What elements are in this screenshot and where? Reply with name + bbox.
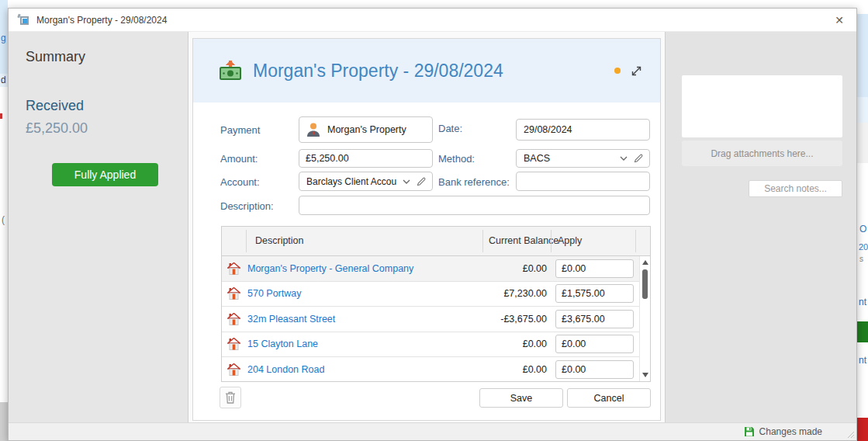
edit-pencil-icon[interactable]: [634, 154, 643, 163]
date-label: Date:: [438, 123, 462, 134]
delete-payment-button[interactable]: [220, 387, 241, 408]
property-house-icon: [222, 313, 246, 325]
column-header-current-balance: Current Balance: [489, 227, 558, 255]
current-balance-value: £0.00: [482, 339, 550, 349]
payment-party-value: Morgan's Property: [320, 124, 432, 135]
table-scrollbar[interactable]: [639, 256, 650, 381]
unsaved-flag-icon: [614, 68, 621, 74]
property-house-icon: [222, 363, 246, 376]
allocation-table-header: Description Current Balance Apply: [222, 227, 650, 256]
trash-icon: [225, 391, 236, 404]
allocation-link[interactable]: Morgan's Property - General Company: [246, 263, 482, 274]
allocation-link[interactable]: 32m Pleasant Street: [246, 314, 482, 325]
received-label: Received: [26, 98, 188, 114]
date-input[interactable]: [517, 124, 648, 135]
summary-sidebar: Summary Received £5,250.00 Fully Applied: [9, 32, 188, 422]
method-label: Method:: [438, 153, 475, 165]
scroll-down-icon[interactable]: [642, 373, 648, 377]
allocation-link[interactable]: 15 Clayton Lane: [246, 339, 482, 349]
apply-amount-input[interactable]: [555, 360, 634, 379]
allocation-table-body: Morgan's Property - General Company £0.0…: [222, 256, 639, 381]
bg-text-fragment: O: [859, 224, 866, 234]
bg-text-fragment: nt: [859, 297, 866, 307]
property-house-icon: [222, 287, 246, 300]
bg-text-fragment: 20: [859, 242, 868, 252]
allocation-link[interactable]: 570 Portway: [246, 288, 482, 299]
current-balance-value: £7,230.00: [482, 288, 550, 299]
amount-label: Amount:: [220, 153, 258, 165]
bg-text-fragment: d: [1, 75, 6, 85]
chevron-down-icon[interactable]: [403, 179, 410, 184]
bg-text-fragment: s: [859, 255, 863, 263]
save-floppy-icon: [744, 426, 755, 437]
edit-pencil-icon[interactable]: [417, 177, 426, 186]
background-app-right-sliver: O 20 s nt nt: [857, 0, 868, 441]
changes-made-status: Changes made: [759, 426, 822, 437]
payment-dialog: Morgan's Property - 29/08/2024 ✕ Summary…: [8, 8, 857, 441]
method-value: BACS: [517, 153, 620, 164]
description-input[interactable]: [299, 196, 650, 215]
save-button[interactable]: Save: [479, 388, 563, 408]
property-house-icon: [222, 338, 246, 350]
allocation-link[interactable]: 204 London Road: [246, 364, 482, 375]
dialog-status-bar: Changes made: [9, 422, 856, 440]
summary-heading: Summary: [26, 49, 188, 65]
payment-party-button[interactable]: Morgan's Property: [299, 116, 433, 143]
column-header-apply: Apply: [558, 227, 582, 255]
dialog-titlebar[interactable]: Morgan's Property - 29/08/2024 ✕: [9, 9, 856, 32]
table-row[interactable]: 15 Clayton Lane £0.00: [222, 332, 639, 358]
payment-title: Morgan's Property - 29/08/2024: [253, 61, 614, 82]
bg-text-fragment: g: [1, 33, 6, 43]
description-label: Description:: [220, 200, 274, 212]
chevron-down-icon[interactable]: [620, 156, 628, 161]
bank-reference-label: Bank reference:: [438, 176, 510, 188]
scroll-up-icon[interactable]: [642, 260, 648, 265]
expand-icon[interactable]: [630, 64, 643, 78]
scrollbar-thumb[interactable]: [642, 269, 648, 299]
dialog-title: Morgan's Property - 29/08/2024: [36, 15, 828, 26]
account-dropdown[interactable]: Barclays Client Accou: [299, 172, 433, 191]
apply-amount-input[interactable]: [555, 310, 634, 328]
table-row[interactable]: 32m Pleasant Street -£3,675.00: [222, 307, 639, 332]
bank-reference-input[interactable]: [516, 172, 650, 191]
background-app-left-sliver: g d (: [0, 0, 8, 441]
table-row[interactable]: 204 London Road £0.00: [222, 357, 639, 381]
payment-main-panel: Morgan's Property - 29/08/2024 Payment D…: [188, 32, 665, 422]
attachment-drop-hint: Drag attachments here...: [711, 148, 813, 159]
apply-amount-input[interactable]: [555, 335, 634, 353]
date-field[interactable]: [516, 119, 650, 141]
money-receipt-icon: [219, 61, 242, 81]
cancel-button[interactable]: Cancel: [567, 388, 651, 408]
close-icon[interactable]: ✕: [828, 14, 850, 26]
apply-amount-input[interactable]: [555, 259, 634, 278]
resize-grip-icon[interactable]: [847, 431, 855, 439]
bg-text-fragment: nt: [859, 355, 866, 366]
current-balance-value: £0.00: [482, 263, 550, 274]
allocation-table: Description Current Balance Apply Morgan…: [221, 226, 651, 382]
current-balance-value: £0.00: [482, 364, 550, 375]
column-header-description: Description: [255, 227, 304, 255]
amount-input[interactable]: [299, 149, 433, 168]
apply-amount-input[interactable]: [555, 284, 634, 303]
current-balance-value: -£3,675.00: [482, 314, 550, 325]
method-dropdown[interactable]: BACS: [516, 149, 650, 168]
payment-card: Morgan's Property - 29/08/2024 Payment D…: [192, 38, 661, 421]
fully-applied-badge: Fully Applied: [52, 163, 158, 186]
property-house-icon: [222, 262, 246, 275]
app-window-icon: [18, 14, 30, 26]
search-notes-input[interactable]: [749, 180, 842, 197]
account-label: Account:: [220, 176, 260, 188]
attachment-drop-zone[interactable]: Drag attachments here...: [682, 141, 842, 166]
notes-area[interactable]: [682, 75, 842, 137]
table-row[interactable]: Morgan's Property - General Company £0.0…: [222, 256, 639, 282]
attachments-panel: Drag attachments here...: [665, 32, 856, 422]
person-avatar-icon: [306, 122, 320, 137]
account-value: Barclays Client Accou: [299, 176, 403, 187]
received-amount: £5,250.00: [26, 120, 188, 137]
payment-label: Payment: [220, 124, 260, 136]
payment-card-header: Morgan's Property - 29/08/2024: [193, 39, 660, 102]
table-row[interactable]: 570 Portway £7,230.00: [222, 282, 639, 307]
bg-text-fragment: (: [2, 214, 5, 225]
